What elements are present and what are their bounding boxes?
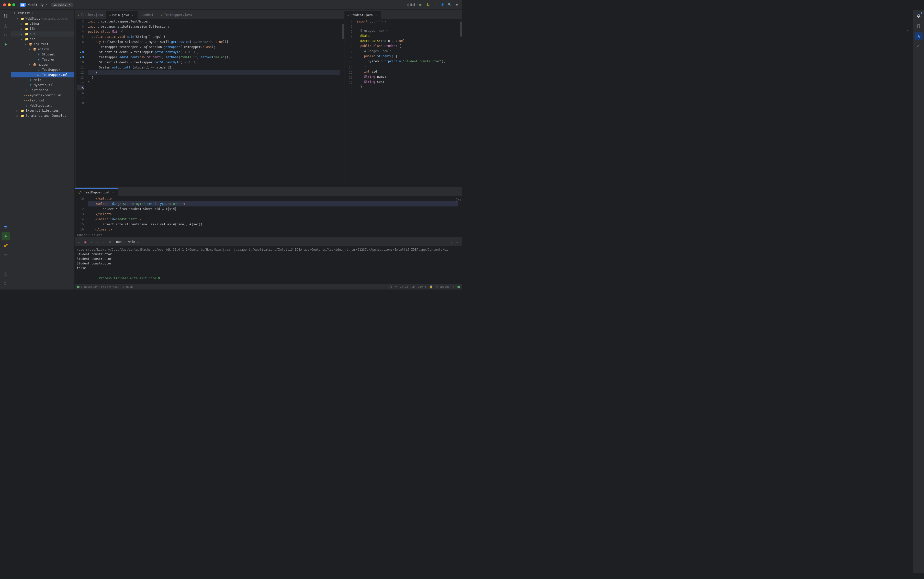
svg-point-7	[4, 34, 7, 36]
tree-item-testmapper-iface[interactable]: I TestMapper	[11, 67, 74, 72]
branch-selector[interactable]: ⎇ master ▾	[51, 3, 73, 7]
status-encoding[interactable]: UTF-8	[418, 285, 426, 288]
nav-up[interactable]: ∧	[458, 198, 459, 201]
tab-main[interactable]: ☕ Main.java ✕	[106, 11, 138, 19]
tab-overflow-icon-right[interactable]: ⋮	[456, 15, 460, 19]
scroll-up-button[interactable]: ↑	[95, 240, 100, 245]
sidebar-header[interactable]: Project ▾	[11, 10, 74, 16]
bottom-tab-run[interactable]: Run	[113, 239, 124, 245]
tab-close-student[interactable]: ✕	[374, 13, 378, 17]
tab-testmapper-java[interactable]: ☕ TestMapper.java	[158, 11, 195, 19]
tree-item-webstudy[interactable]: ▾ 📁 WebStudy ~/Desktop/CS/Java	[11, 16, 74, 21]
tree-item-src[interactable]: ▾ 📁 src	[11, 36, 74, 42]
java-icon: ☕	[78, 13, 79, 16]
stop-button[interactable]: ■	[83, 240, 88, 245]
activity-clock-icon[interactable]	[2, 270, 10, 278]
tree-item-main[interactable]: C Main	[11, 77, 74, 83]
bottom-tab-main[interactable]: Main ✕	[125, 239, 143, 245]
tree-item-text-xml[interactable]: </> text.xml	[11, 98, 74, 103]
status-vcs[interactable]	[389, 285, 392, 288]
status-power-icon[interactable]: ⚡	[452, 285, 454, 288]
run-config-selector[interactable]: ▶ Main ▾	[412, 3, 416, 7]
run-tab-label: Run	[116, 240, 122, 244]
tree-label-testmapper-xml: TestMapper.xml	[42, 73, 68, 77]
tree-item-testmapper-xml[interactable]: </> TestMapper.xml	[11, 72, 74, 77]
folder-icon: 📁	[20, 114, 25, 118]
close-panel-button[interactable]: —	[455, 240, 460, 245]
tree-item-iml[interactable]: ⊡ WebStudy.iml	[11, 103, 74, 108]
package-icon: 📦	[33, 47, 37, 51]
activity-run-icon[interactable]	[2, 40, 10, 49]
activity-list-icon[interactable]	[2, 261, 10, 269]
nav-down[interactable]: ∨	[460, 198, 462, 201]
tree-item-student-class[interactable]: C Student	[11, 52, 74, 57]
minimize-button[interactable]	[8, 3, 11, 7]
xml-scrollbar[interactable]: ✓ 1 ∧ ∨	[460, 196, 462, 232]
tree-item-teacher-class[interactable]: C Teacher	[11, 57, 74, 62]
activity-run-bottom-icon[interactable]	[2, 232, 10, 240]
expand-icon	[32, 73, 36, 77]
scrollbar-right[interactable]	[460, 19, 462, 187]
tab-student-noext[interactable]: student	[138, 11, 158, 19]
more-actions-button[interactable]: ⋯	[433, 3, 437, 7]
tree-item-lib[interactable]: ▶ 📁 lib	[11, 26, 74, 31]
tree-item-mapper[interactable]: ▾ 📦 mapper	[11, 62, 74, 67]
project-title[interactable]: WebStudy	[28, 3, 44, 7]
status-breadcrumb[interactable]: ⊙ WebStudy › src › ⊙ Main › ⊙ main	[81, 285, 133, 288]
status-indent[interactable]: 4 spaces	[436, 285, 449, 288]
right-tab-bar: ☕ Student.java ✕ ⋮	[344, 10, 462, 19]
restore-button[interactable]: ⤢	[89, 240, 94, 245]
rerun-button[interactable]: ↺	[77, 240, 82, 245]
console-exit-line: Process finished with exit code 0	[77, 272, 460, 284]
tab-close-xml[interactable]: ✕	[111, 191, 115, 194]
activity-more-icon[interactable]: ⋯	[2, 51, 10, 59]
tree-item-entity[interactable]: ▾ 📦 entity	[11, 47, 74, 52]
tab-overflow-icon[interactable]: ⋮	[338, 15, 342, 19]
xml-overflow-icon[interactable]: ⋮	[456, 192, 460, 196]
tree-label-lib: lib	[29, 27, 35, 31]
close-button[interactable]	[3, 3, 6, 7]
activity-project-icon[interactable]	[2, 12, 10, 20]
status-bar-left: ⊙ WebStudy › src › ⊙ Main › ⊙ main	[77, 285, 133, 288]
activity-terminal-icon[interactable]	[2, 252, 10, 260]
activity-db-icon[interactable]	[2, 223, 10, 231]
tree-item-mybatis-config[interactable]: </> mybatis-config.xml	[11, 93, 74, 98]
tab-close-main[interactable]: ✕	[131, 13, 134, 17]
scrollbar-left[interactable]	[342, 19, 344, 187]
tree-item-out[interactable]: ▶ 📁 out	[11, 31, 74, 36]
more-options-button[interactable]: ⋮	[449, 240, 454, 245]
settings-icon[interactable]: ⚙	[455, 3, 459, 7]
wrap-button[interactable]: ⌘	[107, 240, 113, 245]
status-lock-icon[interactable]: 🔒	[429, 285, 433, 288]
tab-bar-actions-left: ⋮	[336, 15, 344, 19]
account-icon[interactable]: 👤	[441, 3, 445, 7]
tree-item-gitignore[interactable]: ⊘ .gitignore	[11, 88, 74, 93]
maximize-button[interactable]	[12, 3, 15, 7]
close-main-tab[interactable]: ✕	[136, 240, 140, 244]
tree-item-scratches[interactable]: ▶ 📁 Scratches and Consoles	[11, 113, 74, 118]
tree-item-idea[interactable]: ▶ 📁 .idea	[11, 21, 74, 26]
xml-code-lines: </select> <select id="getStudentById" re…	[86, 196, 460, 232]
tree-label-ext-libs: External Libraries	[26, 109, 59, 113]
run-button[interactable]: ▶	[419, 3, 423, 7]
expand-icon	[20, 93, 23, 97]
debug-button[interactable]: 🐛	[426, 3, 430, 7]
tree-item-com-test[interactable]: ▾ 📦 com.test	[11, 42, 74, 47]
activity-plugin-icon[interactable]	[2, 242, 10, 250]
scroll-down-button[interactable]: ↓	[101, 240, 106, 245]
search-icon[interactable]: 🔍	[448, 3, 452, 7]
svg-point-30	[77, 286, 80, 288]
status-warnings[interactable]: V	[395, 285, 397, 288]
activity-vcs-icon[interactable]	[2, 22, 10, 30]
tree-item-external-libs[interactable]: ▶ 📁 External Libraries	[11, 108, 74, 113]
status-project-icon[interactable]	[77, 285, 80, 288]
status-line-ending[interactable]: LF	[411, 285, 415, 288]
activity-git-branch-icon[interactable]	[2, 279, 10, 288]
tab-teacher[interactable]: ☕ Teacher.java	[75, 11, 106, 19]
tree-label-testmapper-iface: TestMapper	[42, 68, 61, 72]
tab-student-java[interactable]: ☕ Student.java ✕	[344, 11, 381, 19]
activity-find-icon[interactable]	[2, 31, 10, 39]
tab-testmapper-xml-editor[interactable]: </> TestMapper.xml ✕	[75, 188, 118, 196]
tree-item-mybatisutil[interactable]: C MybatisUtil	[11, 83, 74, 88]
status-time[interactable]: 14:10	[400, 285, 408, 288]
